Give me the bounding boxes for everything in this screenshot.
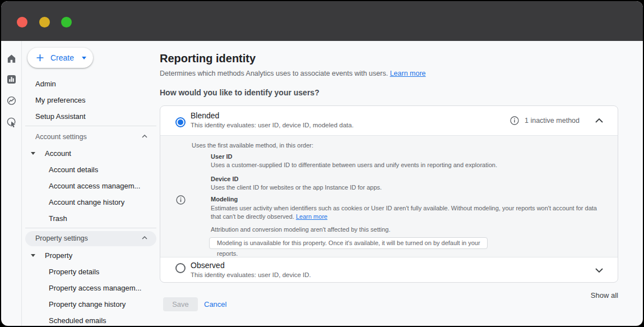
learn-more-link[interactable]: Learn more — [390, 70, 426, 77]
chevron-down-icon[interactable] — [595, 268, 603, 273]
cancel-button[interactable]: Cancel — [204, 297, 226, 311]
home-icon[interactable] — [6, 53, 17, 64]
modeling-desc: Estimates user activity when identifiers… — [211, 204, 599, 220]
blended-label: Blended — [191, 111, 219, 120]
blended-expanded-panel: Uses the first available method, in this… — [160, 135, 618, 257]
sidebar-item-property-change-history[interactable]: Property change history — [22, 296, 161, 312]
identify-users-question: How would you like to identify your user… — [160, 88, 319, 97]
identity-options-card: Blended This identity evaluates: user ID… — [160, 105, 618, 283]
admin-sidebar: Create Admin My preferences Setup Assist… — [22, 41, 161, 326]
sidebar-item-admin[interactable]: Admin — [22, 76, 161, 92]
sidebar-item-scheduled-emails[interactable]: Scheduled emails — [22, 312, 161, 326]
sidebar-item-property[interactable]: Property — [22, 247, 161, 264]
reports-icon[interactable] — [6, 74, 17, 85]
info-icon — [176, 195, 186, 205]
sidebar-item-trash[interactable]: Trash — [22, 210, 161, 227]
advertising-icon[interactable] — [6, 117, 17, 127]
chevron-up-icon — [142, 135, 147, 138]
explore-icon[interactable] — [6, 95, 17, 106]
method-order-intro: Uses the first available method, in this… — [192, 142, 313, 149]
chevron-up-icon — [142, 236, 147, 240]
show-all-button[interactable]: Show all — [506, 291, 618, 300]
tree-caret-icon — [31, 254, 35, 257]
modeling-note: Attribution and conversion modeling aren… — [211, 226, 390, 233]
zoom-window-button[interactable] — [61, 17, 72, 27]
app-window: Create Admin My preferences Setup Assist… — [1, 1, 643, 326]
modeling-title: Modeling — [211, 196, 238, 202]
sidebar-item-property-details[interactable]: Property details — [22, 264, 161, 280]
device-id-title: Device ID — [211, 176, 239, 182]
observed-label: Observed — [191, 261, 225, 270]
close-window-button[interactable] — [17, 17, 27, 27]
minimize-window-button[interactable] — [39, 17, 50, 27]
sidebar-item-setup-assistant[interactable]: Setup Assistant — [22, 108, 161, 125]
device-id-desc: Uses the client ID for websites or the a… — [211, 184, 382, 191]
user-id-desc: Uses a customer-supplied ID to different… — [211, 162, 497, 168]
chevron-up-icon[interactable] — [595, 118, 603, 123]
create-button[interactable]: Create — [27, 48, 93, 68]
sidebar-menu: Admin My preferences Setup Assistant Acc… — [22, 76, 161, 326]
page-subtitle: Determines which methods Analytics uses … — [160, 70, 426, 77]
sidebar-item-account-details[interactable]: Account details — [22, 162, 161, 178]
blended-radio[interactable] — [175, 117, 186, 127]
blended-desc: This identity evaluates: user ID, device… — [191, 122, 354, 128]
page-title: Reporting identity — [160, 52, 256, 65]
user-id-title: User ID — [211, 153, 233, 160]
sidebar-divider — [25, 126, 156, 126]
sidebar-item-property-access-management[interactable]: Property access managem... — [22, 280, 161, 296]
sidebar-item-account-access-management[interactable]: Account access managem... — [22, 178, 161, 194]
tree-caret-icon — [31, 152, 35, 155]
chevron-down-icon — [82, 57, 86, 59]
blended-option-row[interactable]: Blended This identity evaluates: user ID… — [160, 106, 618, 135]
plus-icon — [35, 53, 45, 63]
inactive-method-note: 1 inactive method — [525, 117, 580, 125]
observed-desc: This identity evaluates: user ID, device… — [191, 271, 311, 278]
window-titlebar — [1, 1, 643, 41]
modeling-unavailable-message: Modeling is unavailable for this propert… — [209, 237, 488, 249]
section-header-property-settings[interactable]: Property settings — [25, 231, 156, 246]
observed-radio[interactable] — [175, 263, 186, 273]
section-header-account-settings[interactable]: Account settings — [22, 129, 161, 145]
info-icon[interactable] — [510, 116, 519, 125]
sidebar-item-account[interactable]: Account — [22, 145, 161, 162]
observed-option-row[interactable]: Observed This identity evaluates: user I… — [160, 257, 618, 283]
nav-rail — [1, 41, 22, 326]
sidebar-item-account-change-history[interactable]: Account change history — [22, 194, 161, 210]
save-button[interactable]: Save — [163, 297, 198, 311]
learn-more-link[interactable]: Learn more — [296, 213, 327, 220]
sidebar-item-my-preferences[interactable]: My preferences — [22, 92, 161, 108]
sidebar-divider — [25, 228, 156, 228]
create-button-label: Create — [50, 53, 74, 62]
